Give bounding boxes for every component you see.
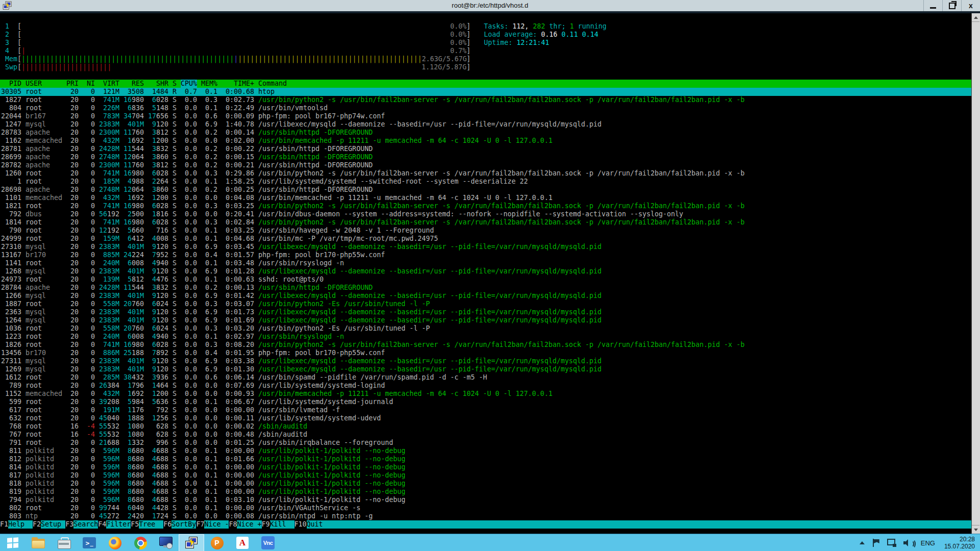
process-row[interactable]: 802root2009974460404428S0.00.10:00.00/us…	[0, 504, 972, 512]
taskbar-server-manager[interactable]	[51, 534, 77, 551]
process-row[interactable]: 768root16-4555321080628S0.00.00:00.02/sb…	[0, 422, 972, 431]
process-row[interactable]: 1612root200285M384323936S0.00.60:06.14/u…	[0, 373, 972, 382]
process-row[interactable]: 22044br167200783M3470417656S0.00.60:00.0…	[0, 112, 972, 120]
taskbar-file-explorer[interactable]	[26, 534, 51, 551]
fkey-f2-setup[interactable]: F2Setup	[33, 520, 65, 529]
process-row[interactable]: 28698apache2002748M120643860S0.00.20:00.…	[0, 186, 972, 194]
scroll-up-button[interactable]	[972, 13, 979, 22]
volume-icon[interactable]	[903, 539, 914, 547]
fkey-f6-sortby[interactable]: F6SortBy	[163, 520, 196, 529]
process-row[interactable]: 790root200121925660716S0.00.10:03.25/usr…	[0, 227, 972, 235]
process-row[interactable]: 803ntp2004527224201724S0.00.00:00.08/usr…	[0, 512, 972, 520]
column-header-mem[interactable]: MEM%	[201, 80, 217, 88]
process-row[interactable]: 28699apache2002748M120643860S0.00.20:00.…	[0, 153, 972, 161]
taskbar-prtg[interactable]: P	[204, 534, 230, 551]
process-row[interactable]: 28782apache2002300M117603812S0.00.20:00.…	[0, 161, 972, 169]
process-row[interactable]: 1root200185M49882264S0.00.11:58.25/usr/l…	[0, 178, 972, 186]
fkey-f8-nice+[interactable]: F8Nice +	[229, 520, 261, 529]
process-row[interactable]: 1247mysql2002383M401M9120S0.06.91:40.78/…	[0, 120, 972, 129]
fkey-f5-tree[interactable]: F5Tree	[131, 520, 163, 529]
minimize-button[interactable]	[923, 0, 942, 11]
process-row[interactable]: 27310mysql2002383M401M9120S0.06.90:03.45…	[0, 243, 972, 251]
process-row[interactable]: 789root2002638417961464S0.00.00:07.69/us…	[0, 382, 972, 390]
process-row[interactable]: 617root200191M1176792S0.00.00:00.00/usr/…	[0, 406, 972, 414]
process-row[interactable]: 1826root200741M169806028S0.00.30:08.20/u…	[0, 341, 972, 349]
column-header-s[interactable]: S	[173, 80, 177, 88]
process-row[interactable]: 812polkitd200596M86804688S0.00.10:01.66/…	[0, 455, 972, 463]
process-row[interactable]: 13456br170200886M251887892S0.00.40:01.95…	[0, 349, 972, 357]
process-row[interactable]: 28781apache2002428M115443832S0.00.20:00.…	[0, 145, 972, 153]
taskbar-acrobat-reader[interactable]: A	[230, 534, 255, 551]
process-row[interactable]: 791root200216881332996S0.00.00:01.25/usr…	[0, 439, 972, 447]
process-row[interactable]: 13167br170200885M242247952S0.00.40:01.57…	[0, 251, 972, 259]
process-row[interactable]: 811polkitd200596M86804688S0.00.10:00.00/…	[0, 447, 972, 455]
process-row[interactable]: 1101memcached200432M16921200S0.00.00:04.…	[0, 194, 972, 202]
process-row[interactable]: 1162memcached200432M16921200S0.00.00:02.…	[0, 137, 972, 145]
scroll-down-button[interactable]	[972, 525, 979, 534]
taskbar-firefox[interactable]	[102, 534, 128, 551]
fkey-f4-filter[interactable]: F4Filter	[98, 520, 131, 529]
close-button[interactable]: x	[961, 0, 980, 11]
process-row[interactable]: 1141root200240M60084940S0.00.10:03.48/us…	[0, 259, 972, 267]
process-row[interactable]: 1821root200741M169806028S0.00.30:03.25/u…	[0, 202, 972, 210]
column-header-cpu[interactable]: CPU%	[181, 80, 197, 88]
process-row[interactable]: 1264mysql2002383M401M9120S0.06.90:01.69/…	[0, 316, 972, 324]
language-indicator[interactable]: ENG	[921, 539, 935, 547]
process-row[interactable]: 792dbus2005619225001816S0.00.00:20.41/us…	[0, 210, 972, 218]
process-row[interactable]: 1036root200558M207606024S0.00.30:03.20/u…	[0, 324, 972, 333]
process-row[interactable]: 28783apache2002300M117603812S0.00.20:00.…	[0, 129, 972, 137]
terminal-window[interactable]: 1[0.0%]2[0.0%]3[0.0%]4[|0.7%]Mem[|||||||…	[0, 13, 980, 534]
process-row[interactable]: 1814root200741M169806028S0.00.30:02.84/u…	[0, 218, 972, 227]
process-row[interactable]: 794polkitd200596M86804688S0.00.10:03.10/…	[0, 496, 972, 504]
taskbar-vnc-viewer[interactable]: Vnc	[255, 534, 281, 551]
taskbar-start-button[interactable]	[0, 534, 26, 551]
fkey-f7-nice-[interactable]: F7Nice -	[196, 520, 229, 529]
window-titlebar[interactable]: root@br:/etc/httpd/vhost.d x	[0, 0, 980, 13]
process-row[interactable]: 767root16-4555321080628S0.00.00:00.48/sb…	[0, 431, 972, 439]
taskbar-powershell[interactable]: >_	[77, 534, 102, 551]
column-header-pid[interactable]: PID	[1, 80, 21, 88]
process-row[interactable]: 818polkitd200596M86804688S0.00.10:00.00/…	[0, 480, 972, 488]
process-row[interactable]: 1223root200240M60084940S0.00.10:02.97/us…	[0, 333, 972, 341]
process-row[interactable]: 24973root200139M58124476S0.00.10:00.63ss…	[0, 276, 972, 284]
column-header-virt[interactable]: VIRT	[99, 80, 119, 88]
process-row[interactable]: 599root2003920859845636S0.00.10:06.67/us…	[0, 398, 972, 406]
process-row[interactable]: 819polkitd200596M86804688S0.00.10:00.00/…	[0, 488, 972, 496]
clock[interactable]: 20:28 15.07.2020	[944, 536, 975, 550]
column-header-pri[interactable]: PRI	[66, 80, 79, 88]
column-header-time+[interactable]: TIME+	[222, 80, 254, 88]
process-row[interactable]: 814polkitd200596M86804688S0.00.10:00.00/…	[0, 463, 972, 471]
process-row[interactable]: 1887root200558M207606024S0.00.30:03.07/u…	[0, 300, 972, 308]
column-header-res[interactable]: RES	[124, 80, 144, 88]
network-icon[interactable]	[887, 539, 896, 547]
process-row[interactable]: 804root200226M68365148S0.00.10:22.49/usr…	[0, 104, 972, 112]
process-row[interactable]: 24999root200159M64124008S0.00.10:04.68/u…	[0, 235, 972, 243]
show-hidden-icons-icon[interactable]	[860, 541, 865, 544]
column-header-ni[interactable]: NI	[83, 80, 95, 88]
taskbar-chrome[interactable]	[128, 534, 153, 551]
process-row[interactable]: 1260root200741M169806028S0.00.30:29.86/u…	[0, 169, 972, 178]
fkey-f9-kill[interactable]: F9Kill	[262, 520, 295, 529]
column-header-command[interactable]: Command	[258, 80, 972, 88]
taskbar-remote-desktop[interactable]	[153, 534, 179, 551]
taskbar-putty[interactable]	[179, 534, 204, 551]
process-row[interactable]: 817polkitd200596M86804688S0.00.10:00.00/…	[0, 471, 972, 480]
process-row[interactable]: 2363mysql2002383M401M9120S0.06.90:01.73/…	[0, 308, 972, 316]
fkey-f1-help[interactable]: F1Help	[0, 520, 33, 529]
process-row[interactable]: 632root2004504018881256S0.00.00:00.11/us…	[0, 414, 972, 422]
fkey-f3-search[interactable]: F3Search	[65, 520, 98, 529]
action-center-flag-icon[interactable]	[873, 539, 880, 547]
fkey-f10-quit[interactable]: F10Quit	[295, 520, 331, 529]
process-row[interactable]: 1266mysql2002383M401M9120S0.06.90:01.42/…	[0, 292, 972, 300]
process-row-selected[interactable]: 30305root200121M35081484R0.70.10:00.68ht…	[0, 88, 972, 96]
process-row[interactable]: 1827root200741M169806028S0.00.30:02.73/u…	[0, 96, 972, 104]
restore-button[interactable]	[942, 0, 961, 11]
process-row[interactable]: 1152memcached200432M16921200S0.00.00:00.…	[0, 390, 972, 398]
column-header-shr[interactable]: SHR	[148, 80, 168, 88]
process-row[interactable]: 27311mysql2002383M401M9120S0.06.90:03.38…	[0, 357, 972, 365]
process-row[interactable]: 28784apache2002428M115443832S0.00.20:00.…	[0, 284, 972, 292]
process-row[interactable]: 1269mysql2002383M401M9120S0.06.90:01.30/…	[0, 365, 972, 373]
process-row[interactable]: 1268mysql2002383M401M9120S0.06.90:01.28/…	[0, 267, 972, 276]
column-header-user[interactable]: USER	[26, 80, 62, 88]
terminal-scrollbar[interactable]	[971, 13, 980, 534]
